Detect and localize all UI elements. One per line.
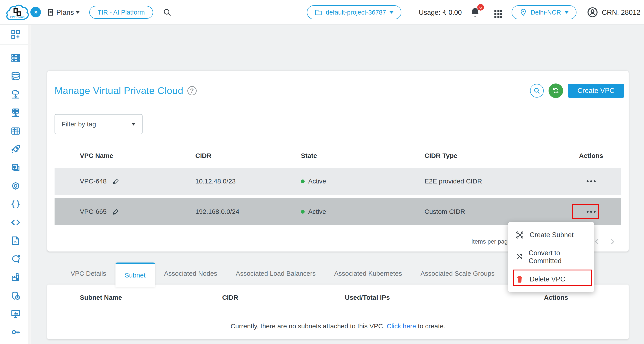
tab-subnet[interactable]: Subnet — [116, 263, 155, 287]
subnet-panel: Subnet Name CIDR Used/Total IPs Actions … — [47, 284, 628, 339]
vpc-table-header: VPC Name CIDR State CIDR Type Actions — [54, 143, 621, 168]
storage-icon[interactable] — [10, 71, 21, 81]
code-brackets-icon[interactable] — [10, 217, 21, 228]
table-row-vpc-648[interactable]: VPC-648 10.12.48.0/23 Active E2E provide… — [54, 168, 621, 195]
vpc-detail-tabs: VPC Details Subnet Associated Nodes Asso… — [47, 263, 504, 284]
col-actions: Actions — [561, 152, 621, 159]
vpc-cidr-type: E2E provided CIDR — [424, 178, 561, 185]
region-selector[interactable]: Delhi-NCR — [512, 5, 576, 19]
sidebar-expand-button[interactable]: » — [30, 7, 41, 17]
dashboard-icon[interactable] — [10, 30, 21, 40]
document-icon[interactable] — [10, 236, 21, 246]
tab-vpc-details[interactable]: VPC Details — [61, 263, 116, 284]
dedicated-server-icon[interactable] — [10, 108, 21, 118]
usage-amount: Usage: ₹ 0.00 — [419, 0, 462, 25]
platform-switcher[interactable]: TIR - AI Platform — [89, 6, 153, 19]
top-bar: E2E Cloud » Plans TIR - AI Platform defa… — [0, 0, 644, 25]
status-dot — [301, 210, 304, 214]
api-braces-icon[interactable] — [10, 199, 21, 209]
edit-pencil-icon[interactable] — [112, 208, 120, 215]
notifications-button[interactable]: 6 — [469, 7, 482, 19]
items-per-page-label: Items per page: — [471, 238, 513, 245]
refresh-button[interactable] — [548, 83, 563, 98]
chevron-down-icon — [564, 11, 568, 14]
monitoring-icon[interactable] — [10, 309, 21, 319]
launch-rocket-icon[interactable] — [10, 144, 21, 154]
subnet-nodes-icon — [516, 231, 524, 239]
chevron-down-icon — [76, 11, 80, 14]
grid-dots-icon — [493, 9, 504, 19]
vpc-state: Active — [308, 208, 326, 215]
vpc-cidr: 192.168.0.0/24 — [195, 208, 301, 215]
e2e-cloud-logo[interactable]: E2E Cloud — [5, 2, 30, 23]
shuffle-arrows-icon — [516, 253, 523, 261]
plans-label: Plans — [56, 8, 74, 17]
settings-gear-icon[interactable] — [10, 181, 21, 191]
security-iam-icon[interactable] — [10, 290, 21, 301]
api-key-icon[interactable] — [10, 327, 21, 337]
crn-label: CRN. 28012 — [602, 8, 640, 17]
table-row-vpc-665[interactable]: VPC-665 192.168.0.0/24 Active Custom CID… — [54, 198, 621, 225]
filter-by-tag-dropdown[interactable]: Filter by tag — [54, 114, 142, 134]
menu-item-convert-to-committed[interactable]: Convert to Committed — [508, 246, 594, 268]
notification-badge: 6 — [477, 4, 484, 11]
row-actions-menu-button[interactable] — [584, 177, 598, 186]
refresh-icon — [552, 87, 560, 95]
infrastructure-icon[interactable] — [10, 272, 21, 282]
col-used-total-ips: Used/Total IPs — [345, 294, 484, 301]
support-chat-icon[interactable] — [10, 254, 21, 264]
chevron-down-icon — [390, 11, 394, 14]
billing-icon[interactable] — [10, 162, 21, 173]
global-search-icon[interactable] — [163, 8, 172, 17]
platform-label: TIR - AI Platform — [98, 9, 145, 16]
compute-nodes-icon[interactable] — [10, 53, 21, 63]
vpc-name: VPC-665 — [80, 208, 107, 215]
left-sidebar — [0, 25, 31, 344]
col-state: State — [301, 152, 424, 159]
sidebar-divider — [0, 45, 31, 45]
folder-icon — [315, 9, 322, 16]
click-here-link[interactable]: Click here — [387, 322, 416, 330]
tab-associated-kubernetes[interactable]: Associated Kubernetes — [325, 263, 411, 284]
trash-icon — [516, 275, 524, 283]
vpc-table: VPC Name CIDR State CIDR Type Actions VP… — [54, 143, 621, 225]
tab-associated-nodes[interactable]: Associated Nodes — [155, 263, 226, 284]
vpc-cidr: 10.12.48.0/23 — [195, 178, 301, 185]
plans-menu[interactable]: Plans — [47, 0, 80, 25]
edit-pencil-icon[interactable] — [112, 178, 120, 185]
region-label: Delhi-NCR — [530, 9, 561, 16]
row-actions-context-menu: Create Subnet Convert to Committed Delet… — [508, 222, 594, 292]
apps-grid-button[interactable] — [493, 9, 504, 19]
table-search-button[interactable] — [530, 84, 544, 98]
user-circle-icon — [587, 7, 598, 18]
menu-item-delete-vpc[interactable]: Delete VPC — [508, 269, 594, 290]
subnet-empty-message: Currently, there are no subnets attached… — [47, 322, 628, 330]
vpc-state: Active — [308, 178, 326, 185]
col-subnet-actions: Actions — [484, 294, 628, 301]
tab-associated-load-balancers[interactable]: Associated Load Balancers — [226, 263, 325, 284]
col-cidr-type: CIDR Type — [424, 152, 561, 159]
vpc-cidr-type: Custom CIDR — [424, 208, 561, 215]
help-icon[interactable]: ? — [188, 86, 197, 95]
menu-item-create-subnet[interactable]: Create Subnet — [508, 224, 594, 246]
account-menu[interactable]: CRN. 28012 — [587, 0, 640, 25]
next-page-button[interactable] — [608, 237, 617, 246]
project-selector[interactable]: default-project-36787 — [307, 5, 402, 19]
create-vpc-button[interactable]: Create VPC — [568, 84, 624, 98]
gpu-cards-icon[interactable] — [10, 126, 21, 136]
page-title: Manage Virtual Private Cloud — [54, 85, 184, 96]
vpc-name: VPC-648 — [80, 178, 107, 185]
row-actions-menu-button[interactable] — [584, 208, 598, 216]
filter-label: Filter by tag — [62, 120, 96, 128]
search-icon — [533, 87, 540, 94]
vpc-network-icon[interactable] — [10, 89, 21, 100]
receipt-icon — [47, 8, 54, 16]
status-dot — [301, 180, 304, 183]
chevron-down-icon — [132, 123, 136, 125]
svg-text:E2E Cloud: E2E Cloud — [10, 16, 24, 19]
project-label: default-project-36787 — [326, 9, 386, 16]
location-pin-icon — [520, 9, 527, 16]
col-subnet-name: Subnet Name — [80, 294, 222, 301]
tab-associated-scale-groups[interactable]: Associated Scale Groups — [411, 263, 504, 284]
sidebar-scrollbar[interactable] — [28, 25, 30, 344]
